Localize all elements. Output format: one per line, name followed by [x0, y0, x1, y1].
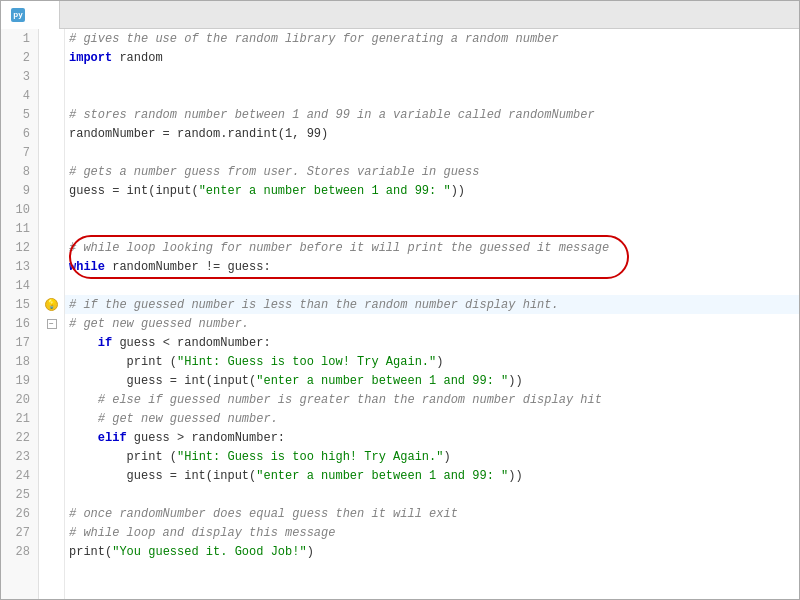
- token-comment: # gets a number guess from user. Stores …: [69, 165, 479, 179]
- gutter-cell-21: [39, 409, 64, 428]
- token-comment: # once randomNumber does equal guess the…: [69, 507, 458, 521]
- line-number-22: 22: [1, 428, 38, 447]
- editor-window: py 1234567891011121314151617181920212223…: [0, 0, 800, 600]
- line-number-25: 25: [1, 485, 38, 504]
- gutter-cell-9: [39, 181, 64, 200]
- code-line-23: print ("Hint: Guess is too high! Try Aga…: [65, 447, 799, 466]
- code-editor: 1234567891011121314151617181920212223242…: [1, 29, 799, 599]
- gutter-cell-18: [39, 352, 64, 371]
- token-string: "enter a number between 1 and 99: ": [256, 374, 508, 388]
- code-line-20: # else if guessed number is greater than…: [65, 390, 799, 409]
- gutter: 💡−: [39, 29, 65, 599]
- line-number-19: 19: [1, 371, 38, 390]
- code-line-5: # stores random number between 1 and 99 …: [65, 105, 799, 124]
- gutter-cell-7: [39, 143, 64, 162]
- line-number-27: 27: [1, 523, 38, 542]
- gutter-cell-11: [39, 219, 64, 238]
- gutter-cell-27: [39, 523, 64, 542]
- line-number-23: 23: [1, 447, 38, 466]
- line-number-14: 14: [1, 276, 38, 295]
- gutter-cell-17: [39, 333, 64, 352]
- token-string: "enter a number between 1 and 99: ": [256, 469, 508, 483]
- token-comment: # gives the use of the random library fo…: [69, 32, 559, 46]
- line-number-13: 13: [1, 257, 38, 276]
- code-line-6: randomNumber = random.randint(1, 99): [65, 124, 799, 143]
- line-number-5: 5: [1, 105, 38, 124]
- gutter-cell-20: [39, 390, 64, 409]
- token-normal: )): [508, 469, 522, 483]
- code-content[interactable]: # gives the use of the random library fo…: [65, 29, 799, 599]
- code-line-27: # while loop and display this message: [65, 523, 799, 542]
- gutter-cell-28: [39, 542, 64, 561]
- token-normal: )): [508, 374, 522, 388]
- token-comment: # else if guessed number is greater than…: [69, 393, 602, 407]
- token-normal: print (: [69, 355, 177, 369]
- code-line-26: # once randomNumber does equal guess the…: [65, 504, 799, 523]
- gutter-cell-22: [39, 428, 64, 447]
- token-keyword: elif: [69, 431, 127, 445]
- code-line-25: [65, 485, 799, 504]
- line-number-24: 24: [1, 466, 38, 485]
- gutter-cell-25: [39, 485, 64, 504]
- line-number-1: 1: [1, 29, 38, 48]
- line-number-3: 3: [1, 67, 38, 86]
- gutter-cell-10: [39, 200, 64, 219]
- line-number-9: 9: [1, 181, 38, 200]
- token-normal: random: [112, 51, 162, 65]
- code-line-7: [65, 143, 799, 162]
- gutter-cell-5: [39, 105, 64, 124]
- token-comment: # get new guessed number.: [69, 412, 278, 426]
- code-line-9: guess = int(input("enter a number betwee…: [65, 181, 799, 200]
- token-normal: guess = int(input(: [69, 374, 256, 388]
- code-line-4: [65, 86, 799, 105]
- token-string: "You guessed it. Good Job!": [112, 545, 306, 559]
- line-number-10: 10: [1, 200, 38, 219]
- gutter-cell-3: [39, 67, 64, 86]
- code-line-28: print("You guessed it. Good Job!"): [65, 542, 799, 561]
- code-line-18: print ("Hint: Guess is too low! Try Agai…: [65, 352, 799, 371]
- collapse-button-line16[interactable]: −: [47, 319, 57, 329]
- line-number-28: 28: [1, 542, 38, 561]
- token-normal: ): [443, 450, 450, 464]
- gutter-cell-12: [39, 238, 64, 257]
- code-line-21: # get new guessed number.: [65, 409, 799, 428]
- token-normal: )): [451, 184, 465, 198]
- gutter-cell-23: [39, 447, 64, 466]
- code-line-11: [65, 219, 799, 238]
- line-number-4: 4: [1, 86, 38, 105]
- gutter-cell-19: [39, 371, 64, 390]
- code-line-22: elif guess > randomNumber:: [65, 428, 799, 447]
- token-comment: # stores random number between 1 and 99 …: [69, 108, 595, 122]
- gutter-cell-2: [39, 48, 64, 67]
- gutter-cell-4: [39, 86, 64, 105]
- line-number-18: 18: [1, 352, 38, 371]
- line-number-8: 8: [1, 162, 38, 181]
- line-number-17: 17: [1, 333, 38, 352]
- line-number-6: 6: [1, 124, 38, 143]
- code-line-16: # get new guessed number.: [65, 314, 799, 333]
- line-number-12: 12: [1, 238, 38, 257]
- token-normal: ): [436, 355, 443, 369]
- token-comment: # while loop and display this message: [69, 526, 335, 540]
- gutter-cell-24: [39, 466, 64, 485]
- code-line-10: [65, 200, 799, 219]
- tab-close-button[interactable]: [37, 9, 49, 21]
- line-number-11: 11: [1, 219, 38, 238]
- code-line-17: if guess < randomNumber:: [65, 333, 799, 352]
- line-numbers: 1234567891011121314151617181920212223242…: [1, 29, 39, 599]
- token-normal: guess = int(input(: [69, 184, 199, 198]
- gutter-cell-26: [39, 504, 64, 523]
- gutter-cell-15: 💡: [39, 295, 64, 314]
- code-line-24: guess = int(input("enter a number betwee…: [65, 466, 799, 485]
- gutter-cell-14: [39, 276, 64, 295]
- file-tab[interactable]: py: [1, 1, 60, 29]
- code-line-3: [65, 67, 799, 86]
- python-icon: py: [11, 8, 25, 22]
- code-line-2: import random: [65, 48, 799, 67]
- bulb-icon-line15[interactable]: 💡: [45, 298, 58, 311]
- token-keyword: if: [69, 336, 112, 350]
- token-comment: # get new guessed number.: [69, 317, 249, 331]
- code-line-13: while randomNumber != guess:: [65, 257, 799, 276]
- token-normal: ): [307, 545, 314, 559]
- code-line-1: # gives the use of the random library fo…: [65, 29, 799, 48]
